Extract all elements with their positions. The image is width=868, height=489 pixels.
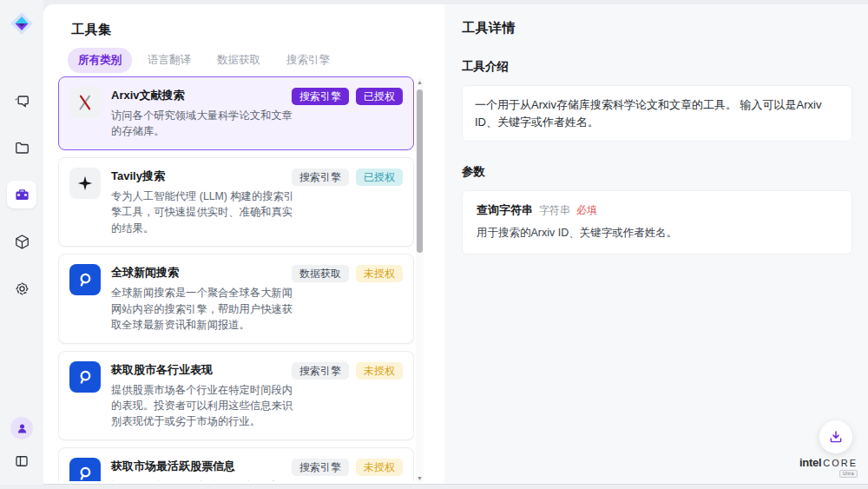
tab-4[interactable]: 搜索引擎 — [276, 48, 340, 73]
parameter-type: 字符串 — [539, 203, 570, 218]
brand-intel-text: intel — [799, 457, 821, 468]
category-tabs: 所有类别 语言翻译 数据获取 搜索引擎 — [68, 48, 340, 73]
parameter-header: 查询字符串 字符串 必填 — [477, 202, 838, 218]
tool-card-description: 访问各个研究领域大量科学论文和文章的存储库。 — [111, 108, 298, 140]
category-badge: 数据获取 — [292, 265, 349, 282]
news-search-icon — [76, 270, 95, 289]
brand-ultra-badge: Ultra — [839, 470, 858, 478]
tool-card[interactable]: Arxiv文献搜索 访问各个研究领域大量科学论文和文章的存储库。 搜索引擎 已授… — [58, 76, 414, 150]
sidebar-item-models[interactable] — [7, 228, 36, 255]
list-scrollbar[interactable]: ▲ ▼ — [416, 78, 424, 483]
brand-core-text: CORE — [823, 459, 858, 468]
tab-label: 所有类别 — [78, 54, 122, 66]
auth-badge: 未授权 — [356, 459, 403, 476]
tab-3[interactable]: 数据获取 — [207, 48, 271, 73]
scroll-up-arrow[interactable]: ▲ — [417, 78, 423, 87]
diamond-logo-icon — [10, 11, 34, 36]
download-icon — [828, 429, 844, 445]
rail-nav — [7, 87, 36, 302]
auth-badge: 未授权 — [356, 362, 403, 380]
tool-icon — [69, 87, 101, 118]
category-badge: 搜索引擎 — [292, 88, 349, 105]
panel-toggle-icon — [14, 453, 30, 469]
tool-card-description: 全球新闻搜索是一个聚合全球各大新闻网站内容的搜索引擎，帮助用户快速获取全球最新资… — [111, 285, 298, 333]
tool-card[interactable]: 获取股市各行业表现 提供股票市场各个行业在特定时间段内的表现。投资者可以利用这些… — [58, 351, 414, 440]
auth-badge: 已授权 — [356, 169, 403, 186]
parameter-name: 查询字符串 — [477, 202, 533, 218]
params-heading: 参数 — [462, 164, 852, 180]
details-title: 工具详情 — [462, 20, 852, 36]
tool-card[interactable]: 获取市场最活跃股票信息 提供当天交易量最高的股票列表，投资者可以利用这些信息来识… — [58, 447, 414, 481]
intel-core-logo: intel CORE Ultra — [799, 457, 858, 478]
tab-label: 语言翻译 — [148, 54, 191, 66]
sidebar-item-files[interactable] — [7, 134, 36, 162]
category-badge: 搜索引擎 — [292, 362, 349, 380]
tool-card[interactable]: Tavily搜索 专为人工智能代理 (LLM) 构建的搜索引擎工具，可快速提供实… — [58, 157, 414, 247]
intro-text-box: 一个用于从Arxiv存储库搜索科学论文和文章的工具。 输入可以是Arxiv ID… — [462, 85, 852, 142]
gear-icon — [14, 281, 30, 297]
tool-icon — [69, 361, 101, 393]
tool-icon — [69, 458, 101, 481]
tab-label: 数据获取 — [217, 54, 260, 66]
sidebar-item-chat[interactable] — [7, 87, 36, 115]
tool-card-description: 提供当天交易量最高的股票列表，投资者可以利用这些信息来识别流动性强的股票和潜在的… — [111, 479, 298, 481]
tool-details-panel: 工具详情 工具介绍 一个用于从Arxiv存储库搜索科学论文和文章的工具。 输入可… — [444, 4, 868, 485]
news-search-icon — [76, 464, 95, 481]
panel-toggle-button[interactable] — [7, 450, 36, 472]
briefcase-icon — [14, 187, 30, 203]
app-logo[interactable] — [9, 10, 35, 36]
news-search-icon — [76, 367, 95, 387]
category-badge: 搜索引擎 — [292, 169, 349, 186]
rail-bottom — [7, 417, 36, 472]
tab-label: 搜索引擎 — [286, 54, 330, 66]
user-avatar[interactable] — [10, 417, 33, 439]
tavily-star-icon — [76, 174, 95, 193]
auth-badge: 已授权 — [356, 88, 403, 105]
category-badge: 搜索引擎 — [292, 459, 349, 476]
cube-icon — [14, 234, 30, 250]
tool-icon — [69, 264, 101, 295]
auth-badge: 未授权 — [356, 265, 403, 282]
scroll-down-arrow[interactable]: ▼ — [417, 474, 423, 483]
intro-heading: 工具介绍 — [462, 59, 852, 75]
icon-rail — [0, 0, 43, 485]
user-icon — [16, 422, 29, 435]
tool-card-description: 提供股票市场各个行业在特定时间段内的表现。投资者可以利用这些信息来识别表现优于或… — [111, 382, 298, 430]
arxiv-icon — [76, 93, 95, 112]
tools-panel: 工具集 所有类别 语言翻译 数据获取 搜索引擎 — [43, 4, 444, 485]
tools-panel-title: 工具集 — [71, 22, 112, 38]
main-window: 工具集 所有类别 语言翻译 数据获取 搜索引擎 — [43, 4, 868, 485]
tab-1[interactable]: 所有类别 — [68, 48, 132, 73]
required-badge: 必填 — [576, 203, 597, 218]
download-button[interactable] — [819, 420, 852, 453]
parameter-card: 查询字符串 字符串 必填 用于搜索的Arxiv ID、关键字或作者姓名。 — [462, 190, 852, 254]
tab-2[interactable]: 语言翻译 — [137, 48, 201, 73]
tool-card[interactable]: 全球新闻搜索 全球新闻搜索是一个聚合全球各大新闻网站内容的搜索引擎，帮助用户快速… — [58, 254, 414, 343]
sidebar-item-toolbox[interactable] — [7, 181, 36, 208]
tool-card-list: Arxiv文献搜索 访问各个研究领域大量科学论文和文章的存储库。 搜索引擎 已授… — [58, 76, 414, 481]
parameter-description: 用于搜索的Arxiv ID、关键字或作者姓名。 — [477, 226, 838, 241]
sidebar-item-settings[interactable] — [7, 274, 36, 302]
folder-icon — [14, 140, 30, 156]
scrollbar-thumb[interactable] — [417, 89, 423, 253]
chat-icon — [14, 93, 30, 109]
tool-card-description: 专为人工智能代理 (LLM) 构建的搜索引擎工具，可快速提供实时、准确和真实的结… — [111, 188, 298, 236]
tool-icon — [69, 168, 101, 199]
